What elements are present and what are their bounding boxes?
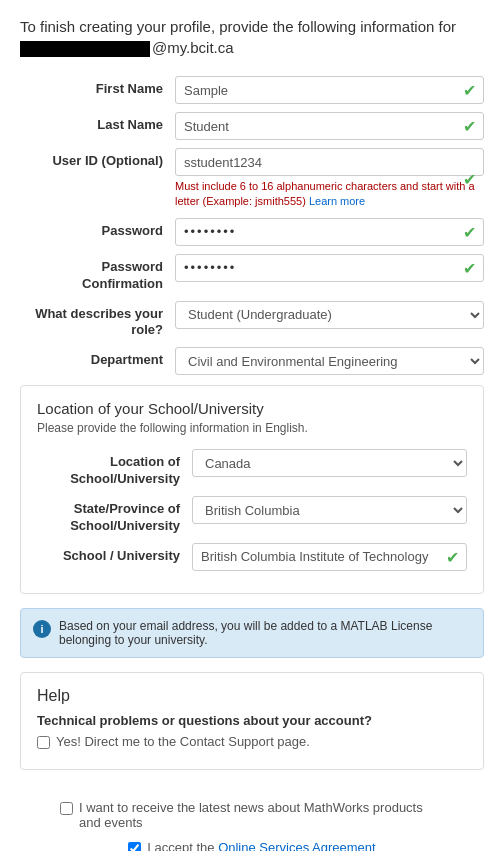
- learn-more-link[interactable]: Learn more: [309, 195, 365, 207]
- password-confirm-label: Password Confirmation: [20, 254, 175, 293]
- user-id-input[interactable]: [175, 148, 484, 176]
- profile-form: First Name ✔ Last Name ✔ User ID (Option…: [20, 76, 484, 375]
- bottom-checks-section: I want to receive the latest news about …: [0, 800, 504, 851]
- last-name-input-wrap: ✔: [175, 112, 484, 140]
- password-input[interactable]: [175, 218, 484, 246]
- school-check-icon: ✔: [446, 547, 459, 566]
- support-checkbox[interactable]: [37, 736, 50, 749]
- location-country-label: Location of School/University: [37, 449, 192, 488]
- role-select[interactable]: Student (Undergraduate): [175, 301, 484, 329]
- support-checkbox-row: Yes! Direct me to the Contact Support pa…: [37, 734, 467, 749]
- user-id-label: User ID (Optional): [20, 148, 175, 170]
- last-name-label: Last Name: [20, 112, 175, 134]
- user-id-input-wrap: ✔ Must include 6 to 16 alphanumeric char…: [175, 148, 484, 210]
- agreement-label: I accept the Online Services Agreement: [147, 840, 375, 851]
- location-school-label: School / University: [37, 543, 192, 565]
- first-name-check-icon: ✔: [463, 81, 476, 100]
- location-state-select-wrap: British Columbia: [192, 496, 467, 524]
- help-section: Help Technical problems or questions abo…: [20, 672, 484, 770]
- user-id-row: User ID (Optional) ✔ Must include 6 to 1…: [20, 148, 484, 210]
- location-state-label: State/Province of School/University: [37, 496, 192, 535]
- first-name-input[interactable]: [175, 76, 484, 104]
- location-school-input-wrap: ✔: [192, 543, 467, 571]
- location-state-row: State/Province of School/University Brit…: [37, 496, 467, 535]
- location-title: Location of your School/University: [37, 400, 467, 417]
- department-row: Department Civil and Environmental Engin…: [20, 347, 484, 375]
- role-label: What describes your role?: [20, 301, 175, 340]
- location-country-row: Location of School/University Canada: [37, 449, 467, 488]
- info-icon: i: [33, 620, 51, 638]
- user-id-hint: Must include 6 to 16 alphanumeric charac…: [175, 179, 484, 210]
- location-country-select[interactable]: Canada: [192, 449, 467, 477]
- location-section: Location of your School/University Pleas…: [20, 385, 484, 594]
- news-checkbox[interactable]: [60, 802, 73, 815]
- first-name-label: First Name: [20, 76, 175, 98]
- location-state-select[interactable]: British Columbia: [192, 496, 467, 524]
- agreement-checkbox[interactable]: [128, 842, 141, 851]
- password-label: Password: [20, 218, 175, 240]
- password-check-icon: ✔: [463, 222, 476, 241]
- password-confirm-row: Password Confirmation ✔: [20, 254, 484, 293]
- news-checkbox-row: I want to receive the latest news about …: [20, 800, 484, 830]
- role-select-wrap: Student (Undergraduate): [175, 301, 484, 329]
- agreement-link[interactable]: Online Services Agreement: [218, 840, 376, 851]
- password-confirm-check-icon: ✔: [463, 258, 476, 277]
- last-name-check-icon: ✔: [463, 117, 476, 136]
- password-input-wrap: ✔: [175, 218, 484, 246]
- first-name-row: First Name ✔: [20, 76, 484, 104]
- page-title: To finish creating your profile, provide…: [20, 16, 484, 58]
- info-banner: i Based on your email address, you will …: [20, 608, 484, 658]
- last-name-input[interactable]: [175, 112, 484, 140]
- help-question: Technical problems or questions about yo…: [37, 713, 467, 728]
- email-redacted: [20, 41, 150, 57]
- support-checkbox-label: Yes! Direct me to the Contact Support pa…: [56, 734, 310, 749]
- password-confirm-input-wrap: ✔: [175, 254, 484, 282]
- department-select[interactable]: Civil and Environmental Engineering: [175, 347, 484, 375]
- first-name-input-wrap: ✔: [175, 76, 484, 104]
- role-row: What describes your role? Student (Under…: [20, 301, 484, 340]
- location-school-input[interactable]: [192, 543, 467, 571]
- user-id-check-icon: ✔: [463, 169, 476, 188]
- help-title: Help: [37, 687, 467, 705]
- news-label: I want to receive the latest news about …: [79, 800, 444, 830]
- department-label: Department: [20, 347, 175, 369]
- agreement-checkbox-row: I accept the Online Services Agreement: [20, 840, 484, 851]
- department-select-wrap: Civil and Environmental Engineering: [175, 347, 484, 375]
- location-subtitle: Please provide the following information…: [37, 421, 467, 435]
- password-confirm-input[interactable]: [175, 254, 484, 282]
- location-country-select-wrap: Canada: [192, 449, 467, 477]
- last-name-row: Last Name ✔: [20, 112, 484, 140]
- password-row: Password ✔: [20, 218, 484, 246]
- location-school-row: School / University ✔: [37, 543, 467, 571]
- info-banner-text: Based on your email address, you will be…: [59, 619, 471, 647]
